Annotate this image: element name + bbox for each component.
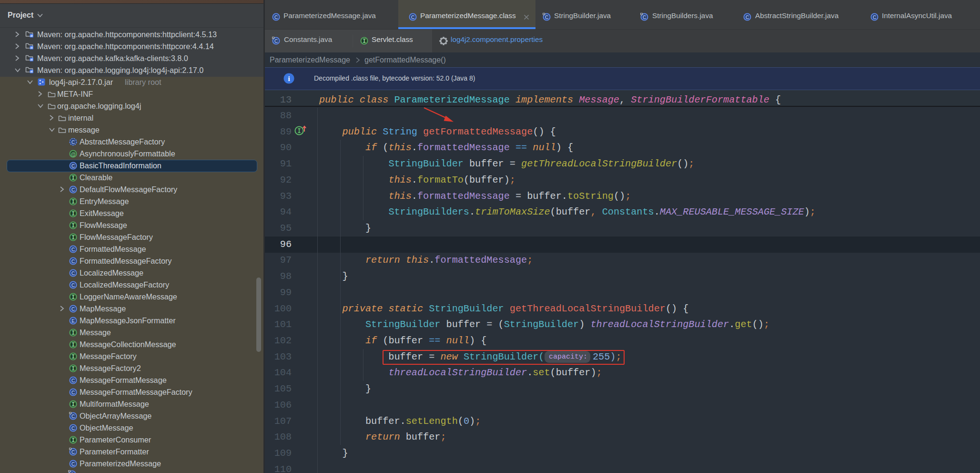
- svg-text:I: I: [71, 211, 75, 217]
- svg-text:C: C: [71, 378, 75, 383]
- svg-text:C: C: [274, 14, 278, 20]
- svg-text:C: C: [71, 472, 74, 473]
- svg-text:C: C: [71, 270, 75, 276]
- svg-text:@: @: [71, 151, 75, 157]
- svg-text:I: I: [71, 437, 75, 444]
- svg-text:C: C: [71, 163, 75, 169]
- svg-text:C: C: [71, 425, 75, 431]
- svg-text:C: C: [545, 14, 549, 20]
- svg-text:I: I: [71, 354, 75, 360]
- svg-text:I: I: [71, 294, 75, 301]
- svg-text:C: C: [71, 258, 75, 264]
- svg-text:C: C: [71, 449, 75, 455]
- svg-text:I: I: [71, 175, 75, 182]
- svg-text:C: C: [71, 413, 75, 419]
- svg-text:C: C: [71, 282, 75, 288]
- svg-text:I: I: [363, 38, 366, 45]
- svg-text:I: I: [71, 366, 75, 372]
- svg-text:C: C: [643, 14, 647, 20]
- svg-text:I: I: [71, 223, 75, 229]
- svg-text:C: C: [71, 306, 75, 312]
- svg-text:i: i: [288, 75, 290, 82]
- svg-text:C: C: [71, 247, 75, 252]
- svg-text:C: C: [71, 461, 75, 467]
- svg-text:C: C: [746, 14, 749, 20]
- svg-text:C: C: [274, 38, 278, 44]
- svg-text:C: C: [71, 187, 75, 193]
- svg-text:C: C: [411, 14, 415, 20]
- svg-text:C: C: [873, 14, 877, 20]
- svg-text:C: C: [71, 390, 75, 395]
- svg-text:E: E: [71, 318, 75, 324]
- svg-text:I: I: [71, 330, 75, 337]
- svg-text:C: C: [71, 139, 75, 145]
- svg-text:I: I: [71, 199, 75, 206]
- svg-text:I: I: [71, 401, 75, 408]
- svg-text:I: I: [71, 235, 75, 241]
- svg-text:I: I: [71, 342, 75, 349]
